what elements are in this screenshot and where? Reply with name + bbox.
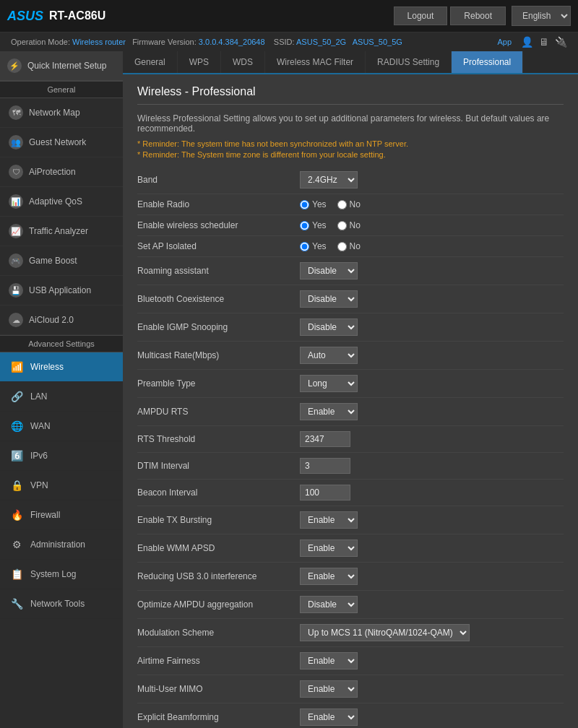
sidebar-item-aiprotection[interactable]: 🛡 AiProtection — [0, 157, 123, 187]
field-select-0[interactable]: 2.4GHz5GHz — [300, 171, 358, 188]
field-select-18[interactable]: EnableDisable — [300, 652, 358, 670]
tab-wds[interactable]: WDS — [221, 51, 265, 73]
sidebar-item-vpn[interactable]: 🔒 VPN — [0, 471, 123, 500]
aiprotection-label: AiProtection — [29, 167, 76, 177]
aiprotection-icon: 🛡 — [9, 165, 23, 179]
operation-mode-link[interactable]: Wireless router — [72, 38, 126, 46]
language-select[interactable]: English — [512, 6, 571, 26]
radio-group-2: Yes No — [300, 220, 560, 230]
field-label: Enable WMM APSD — [137, 534, 296, 563]
radio-no-2[interactable] — [337, 221, 347, 230]
text-input-10[interactable] — [300, 431, 350, 447]
firewall-label: Firewall — [30, 510, 60, 520]
field-label: Enable wireless scheduler — [137, 215, 296, 236]
field-select-5[interactable]: DisableEnable — [300, 290, 358, 308]
sidebar-item-administration[interactable]: ⚙ Administration — [0, 530, 123, 560]
reminder-timezone: * Reminder: The System time zone is diff… — [137, 150, 564, 159]
field-control: 2.4GHz5GHz — [296, 166, 564, 194]
field-select-4[interactable]: DisableEnable — [300, 262, 358, 280]
field-label: Set AP Isolated — [137, 236, 296, 257]
field-select-19[interactable]: EnableDisable — [300, 680, 358, 698]
usb-application-icon: 💾 — [9, 283, 23, 298]
text-input-11[interactable] — [300, 458, 350, 474]
field-select-6[interactable]: DisableEnable — [300, 318, 358, 336]
field-control: EnableDisable — [296, 563, 564, 591]
field-select-15[interactable]: EnableDisable — [300, 568, 358, 585]
advanced-section-label: Advanced Settings — [0, 335, 123, 352]
field-select-9[interactable]: EnableDisable — [300, 403, 358, 420]
table-row: Band2.4GHz5GHz — [137, 166, 564, 194]
ipv6-label: IPv6 — [30, 451, 48, 461]
sidebar-item-network-tools[interactable]: 🔧 Network Tools — [0, 589, 123, 619]
monitor-icon: 🖥 — [539, 36, 549, 48]
field-select-wide-17[interactable]: Up to MCS 11 (NitroQAM/1024-QAM)Up to MC… — [300, 624, 470, 641]
tab-general[interactable]: General — [123, 51, 178, 73]
sidebar-item-wan[interactable]: 🌐 WAN — [0, 412, 123, 441]
adaptive-qos-icon: 📊 — [9, 194, 23, 209]
quick-internet-setup[interactable]: ⚡ Quick Internet Setup — [0, 51, 123, 81]
sidebar-item-firewall[interactable]: 🔥 Firewall — [0, 500, 123, 530]
firmware-link[interactable]: 3.0.0.4.384_20648 — [199, 38, 265, 46]
table-row: RTS Threshold — [137, 426, 564, 453]
field-select-20[interactable]: EnableDisable — [300, 708, 358, 726]
tab-wireless-mac-filter[interactable]: Wireless MAC Filter — [265, 51, 366, 73]
field-label: Bluetooth Coexistence — [137, 285, 296, 313]
ssid-2g-link[interactable]: ASUS_50_2G — [296, 38, 346, 46]
table-row: DTIM Interval — [137, 453, 564, 480]
settings-table: Band2.4GHz5GHzEnable Radio Yes NoEnable … — [137, 166, 564, 728]
traffic-analyzer-label: Traffic Analyzer — [29, 226, 88, 236]
sidebar-item-guest-network[interactable]: 👥 Guest Network — [0, 128, 123, 157]
reboot-button[interactable]: Reboot — [450, 6, 506, 25]
tab-radius-setting[interactable]: RADIUS Setting — [366, 51, 452, 73]
radio-yes-3[interactable] — [300, 242, 309, 251]
network-map-label: Network Map — [29, 108, 80, 118]
table-row: Enable Radio Yes No — [137, 194, 564, 215]
content-inner: Wireless - Professional Wireless Profess… — [123, 74, 578, 728]
wireless-icon: 📶 — [9, 359, 25, 375]
aicloud-icon: ☁ — [9, 313, 23, 327]
system-log-icon: 📋 — [9, 566, 25, 582]
field-label: Preamble Type — [137, 370, 296, 398]
field-control — [296, 453, 564, 480]
general-section-label: General — [0, 81, 123, 98]
field-select-7[interactable]: Auto125.511 — [300, 347, 358, 364]
sidebar-item-game-boost[interactable]: 🎮 Game Boost — [0, 246, 123, 276]
administration-label: Administration — [30, 540, 85, 550]
tab-wps[interactable]: WPS — [178, 51, 221, 73]
field-label: Explicit Beamforming — [137, 703, 296, 729]
sidebar-item-lan[interactable]: 🔗 LAN — [0, 382, 123, 412]
ssid-5g-link[interactable]: ASUS_50_5G — [353, 38, 402, 46]
radio-yes-1[interactable] — [300, 200, 309, 209]
status-bar: Operation Mode: Wireless router Firmware… — [0, 32, 578, 51]
table-row: Modulation SchemeUp to MCS 11 (NitroQAM/… — [137, 619, 564, 647]
field-select-16[interactable]: DisableEnable — [300, 596, 358, 613]
field-control: Yes No — [296, 194, 564, 215]
field-control — [296, 480, 564, 506]
radio-no-3[interactable] — [337, 242, 347, 251]
network-tools-icon: 🔧 — [9, 596, 25, 612]
field-control: Up to MCS 11 (NitroQAM/1024-QAM)Up to MC… — [296, 619, 564, 647]
radio-no-1[interactable] — [337, 200, 347, 209]
tab-professional[interactable]: Professional — [452, 51, 523, 73]
field-label: RTS Threshold — [137, 426, 296, 453]
sidebar-item-system-log[interactable]: 📋 System Log — [0, 560, 123, 589]
ipv6-icon: 6️⃣ — [9, 448, 25, 464]
field-select-8[interactable]: LongShort — [300, 375, 358, 392]
radio-yes-2[interactable] — [300, 221, 309, 230]
field-control: Auto125.511 — [296, 342, 564, 370]
table-row: AMPDU RTSEnableDisable — [137, 398, 564, 426]
field-label: Enable Radio — [137, 194, 296, 215]
sidebar-item-traffic-analyzer[interactable]: 📈 Traffic Analyzer — [0, 217, 123, 246]
page-description: Wireless Professional Setting allows you… — [137, 113, 564, 134]
field-label: Enable TX Bursting — [137, 506, 296, 534]
text-input-12[interactable] — [300, 485, 350, 500]
logout-button[interactable]: Logout — [394, 6, 448, 25]
sidebar-item-aicloud[interactable]: ☁ AiCloud 2.0 — [0, 306, 123, 335]
field-select-13[interactable]: EnableDisable — [300, 511, 358, 529]
field-select-14[interactable]: EnableDisable — [300, 540, 358, 557]
sidebar-item-ipv6[interactable]: 6️⃣ IPv6 — [0, 441, 123, 471]
sidebar-item-usb-application[interactable]: 💾 USB Application — [0, 276, 123, 306]
sidebar-item-adaptive-qos[interactable]: 📊 Adaptive QoS — [0, 187, 123, 217]
sidebar-item-wireless[interactable]: 📶 Wireless — [0, 352, 123, 382]
sidebar-item-network-map[interactable]: 🗺 Network Map — [0, 98, 123, 128]
